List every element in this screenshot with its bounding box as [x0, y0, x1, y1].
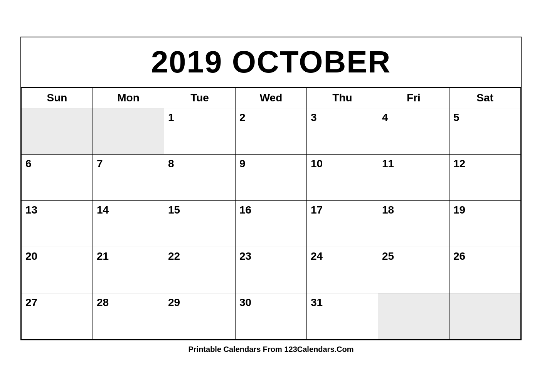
day-cell: 8 [164, 155, 236, 201]
day-header-mon: Mon [93, 88, 164, 108]
day-header-fri: Fri [378, 88, 449, 108]
day-header-sat: Sat [449, 88, 521, 108]
day-cell: 29 [164, 293, 236, 340]
day-cell: 14 [93, 201, 164, 247]
day-cell: 13 [22, 201, 93, 247]
calendar-footer: Printable Calendars From 123Calendars.Co… [20, 340, 522, 355]
day-cell: 10 [307, 155, 378, 201]
day-header-wed: Wed [236, 88, 307, 108]
day-cell: 7 [93, 155, 164, 201]
day-cell: 6 [22, 155, 93, 201]
day-cell: 26 [449, 247, 521, 293]
calendar-grid: SunMonTueWedThuFriSat 123456789101112131… [21, 87, 521, 340]
day-cell [22, 108, 93, 155]
day-cell: 21 [93, 247, 164, 293]
day-cell: 19 [449, 201, 521, 247]
calendar-wrapper: 2019 OCTOBER SunMonTueWedThuFriSat 12345… [13, 29, 529, 363]
week-row-4: 20212223242526 [22, 247, 521, 293]
day-cell: 25 [378, 247, 449, 293]
day-cell: 30 [236, 293, 307, 340]
day-cell: 28 [93, 293, 164, 340]
day-cell: 17 [307, 201, 378, 247]
day-cell: 3 [307, 108, 378, 155]
day-cell: 4 [378, 108, 449, 155]
footer-text: Printable Calendars From [188, 345, 284, 353]
day-cell: 23 [236, 247, 307, 293]
day-cell: 12 [449, 155, 521, 201]
days-of-week-row: SunMonTueWedThuFriSat [22, 88, 521, 108]
week-row-5: 2728293031 [22, 293, 521, 340]
day-header-thu: Thu [307, 88, 378, 108]
week-row-3: 13141516171819 [22, 201, 521, 247]
day-cell [449, 293, 521, 340]
calendar-container: 2019 OCTOBER SunMonTueWedThuFriSat 12345… [20, 37, 522, 340]
day-cell [93, 108, 164, 155]
day-cell [378, 293, 449, 340]
week-row-1: 12345 [22, 108, 521, 155]
day-cell: 2 [236, 108, 307, 155]
day-cell: 9 [236, 155, 307, 201]
day-header-tue: Tue [164, 88, 236, 108]
day-cell: 22 [164, 247, 236, 293]
day-cell: 18 [378, 201, 449, 247]
day-cell: 11 [378, 155, 449, 201]
day-cell: 15 [164, 201, 236, 247]
day-cell: 1 [164, 108, 236, 155]
day-cell: 16 [236, 201, 307, 247]
footer-brand: 123Calendars.Com [284, 345, 353, 353]
day-cell: 27 [22, 293, 93, 340]
day-cell: 20 [22, 247, 93, 293]
week-row-2: 6789101112 [22, 155, 521, 201]
day-cell: 24 [307, 247, 378, 293]
day-cell: 5 [449, 108, 521, 155]
day-header-sun: Sun [22, 88, 93, 108]
day-cell: 31 [307, 293, 378, 340]
calendar-title: 2019 OCTOBER [21, 37, 521, 87]
